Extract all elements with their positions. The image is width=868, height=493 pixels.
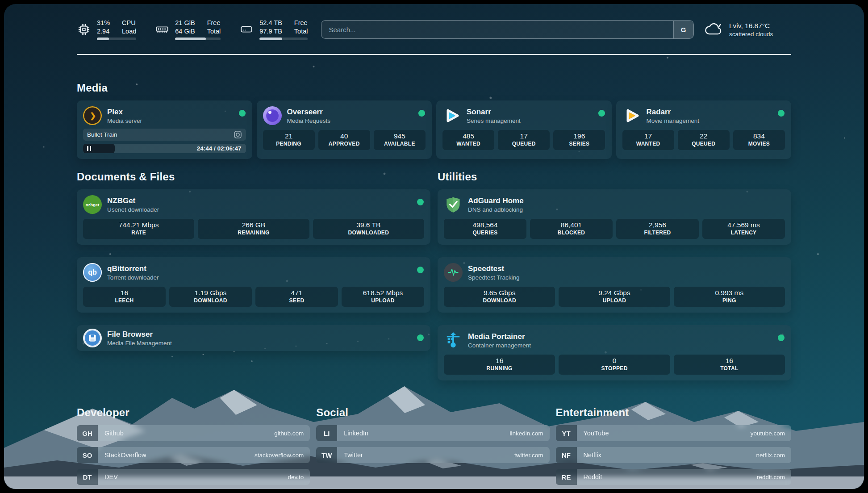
portainer-icon — [444, 331, 463, 350]
online-status-dot — [418, 110, 425, 117]
app-name: Media Portainer — [468, 332, 531, 341]
stat-tile: 498,564QUERIES — [444, 219, 526, 239]
link-name: Github — [98, 430, 274, 437]
plex-card[interactable]: ❯ Plex Media server Bullet Train — [77, 100, 252, 159]
stat-tile: 945AVAILABLE — [374, 130, 426, 150]
link-url: stackoverflow.com — [255, 452, 310, 459]
stat-tile: 22QUEUED — [678, 130, 730, 150]
link-youtube[interactable]: YT YouTube youtube.com — [556, 425, 791, 441]
utilities-column: Utilities AdGuard Home DNS and — [438, 171, 791, 380]
cpu-label-bottom: Load — [122, 27, 136, 36]
link-twitter[interactable]: TW Twitter twitter.com — [316, 447, 549, 463]
overseerr-card[interactable]: Overseerr Media Requests 21PENDING 40APP… — [257, 100, 432, 159]
cpu-label-top: CPU — [122, 19, 136, 27]
filebrowser-card[interactable]: File Browser Media File Management — [77, 325, 430, 351]
stat-tile: 21PENDING — [263, 130, 315, 150]
stat-tile: 39.6 TBDOWNLOADED — [313, 219, 424, 239]
storage-stat: 52.4 TB 97.9 TB Free Total — [239, 19, 308, 41]
stats-row: 9.65 GbpsDOWNLOAD 9.24 GbpsUPLOAD 0.993 … — [444, 287, 785, 307]
stat-tile: 47.569 msLATENCY — [702, 219, 785, 239]
app-desc: DNS and adblocking — [468, 206, 524, 213]
screen: 31% 2.94 CPU Load — [0, 0, 868, 493]
radarr-card[interactable]: Radarr Movie management 17WANTED 22QUEUE… — [616, 100, 792, 159]
sonarr-icon — [442, 106, 461, 125]
stat-tile: 485WANTED — [442, 130, 494, 150]
app-desc: Container management — [468, 342, 531, 349]
stats-row: 498,564QUERIES 86,401BLOCKED 2,956FILTER… — [444, 219, 785, 239]
cpu-stat: 31% 2.94 CPU Load — [77, 19, 136, 41]
link-url: netflix.com — [756, 452, 791, 459]
filebrowser-icon — [83, 329, 102, 347]
link-stackoverflow[interactable]: SO StackOverflow stackoverflow.com — [77, 447, 310, 463]
stat-tile: 9.24 GbpsUPLOAD — [559, 287, 670, 307]
social-section: Social LI LinkedIn linkedin.com TW Twitt… — [316, 406, 549, 489]
app-name: Plex — [107, 108, 142, 117]
adguard-card[interactable]: AdGuard Home DNS and adblocking 498,564Q… — [438, 189, 791, 245]
link-name: Twitter — [337, 451, 514, 459]
playback-progress: 24:44 / 02:06:47 — [83, 144, 246, 153]
link-linkedin[interactable]: LI LinkedIn linkedin.com — [316, 425, 549, 441]
app-name: NZBGet — [107, 196, 159, 205]
app-name: Overseerr — [287, 108, 331, 117]
app-desc: Speedtest Tracking — [468, 274, 520, 281]
storage-label-bottom: Total — [294, 27, 308, 36]
link-badge: SO — [77, 447, 98, 463]
pause-icon — [87, 146, 92, 151]
qbittorrent-icon: qb — [83, 263, 102, 282]
search-bar: G — [321, 20, 694, 39]
weather-widget: Lviv, 16.87°C scattered clouds — [704, 21, 791, 38]
stat-tile: 40APPROVED — [318, 130, 370, 150]
online-status-dot — [417, 199, 424, 205]
topbar-divider — [77, 54, 791, 55]
link-dev[interactable]: DT DEV dev.to — [77, 469, 310, 485]
stat-tile: 618.52 MbpsUPLOAD — [342, 287, 424, 307]
link-badge: GH — [77, 425, 98, 441]
playback-elapsed-fill — [83, 144, 115, 153]
memory-label-top: Free — [207, 19, 221, 27]
stat-tile: 16TOTAL — [674, 355, 785, 375]
link-name: StackOverflow — [98, 451, 255, 459]
stat-tile: 2,956FILTERED — [616, 219, 699, 239]
search-input[interactable] — [321, 20, 694, 39]
link-name: Reddit — [577, 473, 757, 480]
nzbget-card[interactable]: nzbget NZBGet Usenet downloader 744.21 M… — [77, 189, 430, 245]
memory-label-bottom: Total — [207, 27, 221, 36]
system-stats: 31% 2.94 CPU Load — [77, 19, 308, 41]
speedtest-card[interactable]: Speedtest Speedtest Tracking 9.65 GbpsDO… — [438, 257, 791, 313]
cpu-usage-fill — [97, 38, 109, 40]
link-reddit[interactable]: RE Reddit reddit.com — [556, 469, 791, 485]
memory-free-value: 21 GiB — [175, 19, 195, 27]
qbittorrent-card[interactable]: qb qBittorrent Torrent downloader 16LEEC… — [77, 257, 430, 313]
storage-label-top: Free — [294, 19, 308, 27]
stat-tile: 834MOVIES — [733, 130, 785, 150]
app-desc: Torrent downloader — [107, 274, 159, 281]
stat-tile: 196SERIES — [553, 130, 605, 150]
overseerr-icon — [263, 106, 282, 125]
storage-usage-bar — [259, 38, 308, 40]
entertainment-section-title: Entertainment — [556, 406, 791, 419]
link-name: DEV — [98, 473, 288, 480]
cpu-load-value: 2.94 — [97, 27, 110, 36]
documents-section-title: Documents & Files — [77, 171, 430, 183]
link-github[interactable]: GH Github github.com — [77, 425, 310, 441]
entertainment-section: Entertainment YT YouTube youtube.com NF … — [556, 406, 791, 489]
weather-location-temp: Lviv, 16.87°C — [729, 22, 773, 30]
plex-icon: ❯ — [83, 106, 102, 125]
sonarr-card[interactable]: Sonarr Series management 485WANTED 17QUE… — [436, 100, 612, 159]
link-name: LinkedIn — [337, 430, 509, 437]
link-url: github.com — [274, 430, 310, 437]
stat-tile: 0STOPPED — [559, 355, 670, 375]
online-status-dot — [778, 110, 785, 117]
app-desc: Media server — [107, 117, 142, 124]
now-playing-title: Bullet Train — [87, 131, 117, 138]
link-netflix[interactable]: NF Netflix netflix.com — [556, 447, 791, 463]
app-desc: Movie management — [647, 117, 700, 124]
portainer-card[interactable]: Media Portainer Container management 16R… — [438, 325, 791, 380]
search-engine-button[interactable]: G — [673, 21, 693, 38]
storage-icon — [239, 22, 254, 37]
memory-usage-fill — [175, 38, 205, 40]
online-status-dot — [417, 334, 424, 341]
app-desc: Usenet downloader — [107, 206, 159, 213]
stats-row: 16RUNNING 0STOPPED 16TOTAL — [444, 355, 785, 375]
stats-row: 16LEECH 1.19 GbpsDOWNLOAD 471SEED 618.52… — [83, 287, 424, 307]
